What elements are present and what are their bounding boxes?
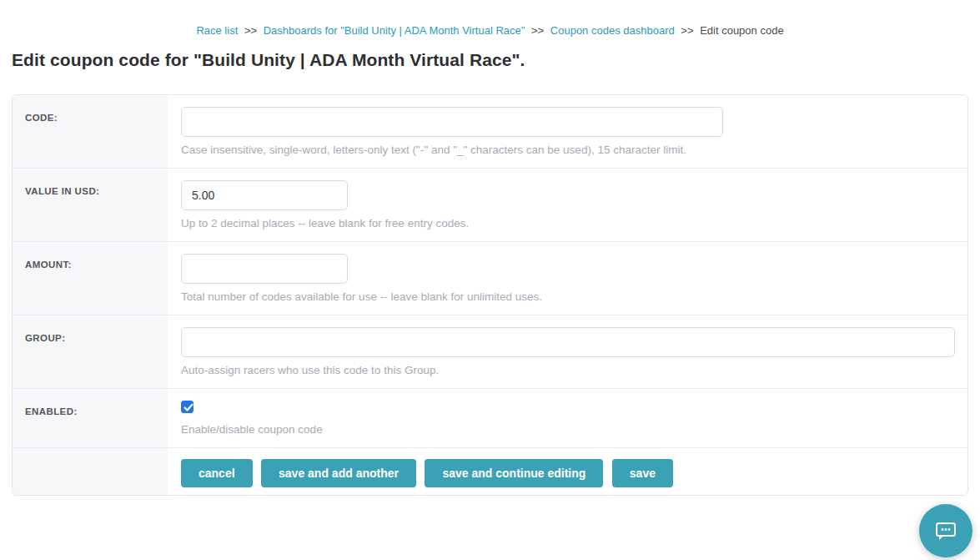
group-field-cell: Auto-assign racers who use this code to … (168, 315, 968, 388)
breadcrumb-link-race-list[interactable]: Race list (196, 24, 238, 37)
enabled-field-cell: Enable/disable coupon code (168, 389, 967, 447)
form-row-amount: AMOUNT: Total number of codes available … (13, 242, 967, 315)
breadcrumb-link-coupon-codes-dashboard[interactable]: Coupon codes dashboard (550, 24, 675, 37)
amount-input[interactable] (181, 254, 348, 284)
breadcrumb-separator: >> (531, 24, 544, 37)
group-label: GROUP: (25, 333, 65, 343)
breadcrumb: Race list >> Dashboards for "Build Unity… (0, 0, 980, 37)
value-field-cell: Up to 2 decimal places -- leave blank fo… (168, 169, 967, 241)
actions-field-cell: cancel save and add another save and con… (168, 448, 967, 495)
form-row-code: CODE: Case insensitive, single-word, let… (13, 95, 967, 169)
checkmark-icon (183, 403, 193, 412)
value-in-usd-help-text: Up to 2 decimal places -- leave blank fo… (181, 216, 954, 231)
value-in-usd-input[interactable] (181, 180, 348, 210)
amount-label: AMOUNT: (25, 260, 72, 270)
value-label-cell: VALUE IN USD: (13, 169, 168, 241)
group-label-cell: GROUP: (13, 315, 168, 388)
cancel-button[interactable]: cancel (181, 459, 253, 487)
enabled-checkbox[interactable] (181, 401, 193, 413)
group-input[interactable] (181, 327, 955, 357)
enabled-label-cell: ENABLED: (13, 389, 168, 447)
save-and-add-another-button[interactable]: save and add another (261, 459, 416, 487)
coupon-code-form: CODE: Case insensitive, single-word, let… (12, 94, 968, 496)
value-in-usd-label: VALUE IN USD: (25, 186, 99, 196)
amount-help-text: Total number of codes available for use … (181, 290, 954, 305)
code-label: CODE: (25, 113, 58, 123)
save-and-continue-editing-button[interactable]: save and continue editing (425, 459, 603, 487)
breadcrumb-separator: >> (244, 24, 257, 37)
enabled-help-text: Enable/disable coupon code (181, 422, 954, 437)
code-label-cell: CODE: (13, 95, 168, 168)
save-button[interactable]: save (612, 459, 673, 487)
form-row-group: GROUP: Auto-assign racers who use this c… (13, 315, 967, 389)
code-help-text: Case insensitive, single-word, letters-o… (181, 143, 954, 158)
chat-bubble-icon (934, 520, 957, 542)
enabled-label: ENABLED: (25, 406, 78, 416)
page: Race list >> Dashboards for "Build Unity… (0, 0, 980, 560)
form-row-enabled: ENABLED: Enable/disable coupon code (13, 389, 967, 448)
actions-label-cell (13, 448, 168, 495)
code-input[interactable] (181, 107, 723, 137)
breadcrumb-current-page: Edit coupon code (700, 24, 783, 37)
breadcrumb-link-dashboards[interactable]: Dashboards for "Build Unity | ADA Month … (264, 24, 525, 37)
amount-label-cell: AMOUNT: (13, 242, 168, 315)
chat-launcher-button[interactable] (919, 504, 972, 557)
code-field-cell: Case insensitive, single-word, letters-o… (168, 95, 967, 168)
form-row-value-in-usd: VALUE IN USD: Up to 2 decimal places -- … (13, 169, 967, 242)
group-help-text: Auto-assign racers who use this code to … (181, 363, 955, 378)
breadcrumb-separator: >> (681, 24, 693, 37)
form-row-actions: cancel save and add another save and con… (13, 448, 967, 495)
amount-field-cell: Total number of codes available for use … (168, 242, 967, 315)
page-title: Edit coupon code for "Build Unity | ADA … (12, 50, 980, 70)
